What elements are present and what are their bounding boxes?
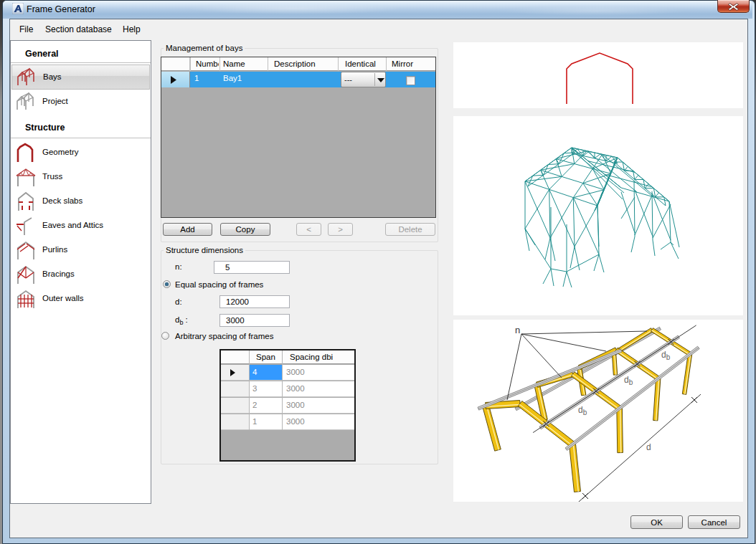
svg-text:db: db xyxy=(578,405,587,416)
svg-text:db: db xyxy=(624,375,633,386)
svg-text:d: d xyxy=(646,442,651,452)
svg-text:db: db xyxy=(661,350,671,361)
svg-text:n: n xyxy=(515,325,520,335)
